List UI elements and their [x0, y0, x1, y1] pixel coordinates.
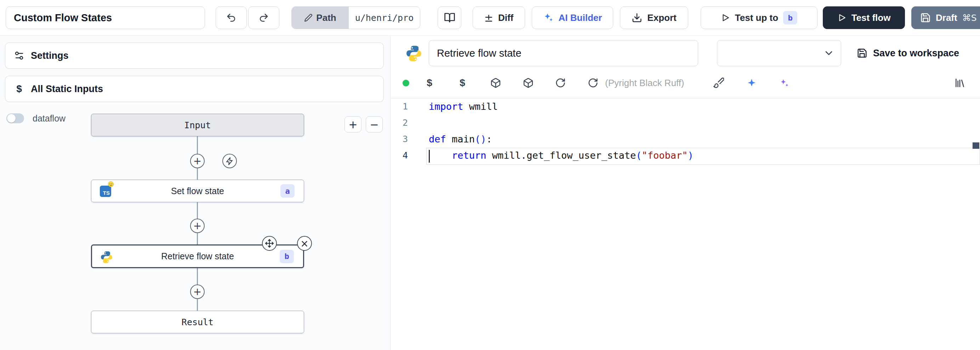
step-badge-b: b — [783, 11, 797, 24]
save-to-workspace-label: Save to workspace — [873, 48, 959, 59]
add-variable-button[interactable]: $ — [422, 75, 437, 91]
flow-node-input[interactable]: Input — [91, 114, 304, 136]
book-open-icon — [444, 12, 455, 23]
set-node-label: Set flow state — [171, 186, 224, 196]
plus-icon: + — [348, 118, 357, 131]
all-static-inputs-button[interactable]: $ All Static Inputs — [5, 76, 384, 102]
diff-button[interactable]: ± Diff — [473, 6, 525, 29]
token-indent — [429, 150, 452, 161]
tutorials-button[interactable] — [438, 6, 461, 29]
flow-node-result[interactable]: Result — [91, 311, 304, 333]
undo-redo-group — [216, 6, 279, 29]
path-value[interactable]: u/henri/pro — [349, 7, 420, 29]
redo-icon — [258, 13, 269, 23]
diff-label: Diff — [498, 13, 513, 23]
ai-builder-button[interactable]: AI Builder — [532, 6, 613, 29]
library-panel-button[interactable] — [952, 75, 967, 91]
graph-zoom-in-button[interactable]: + — [345, 116, 361, 133]
package-icon-button-2[interactable] — [520, 75, 536, 91]
move-node-handle[interactable] — [262, 236, 277, 251]
dataflow-label: dataflow — [33, 113, 65, 124]
ai-magic-button[interactable] — [776, 75, 792, 91]
undo-button[interactable] — [216, 6, 247, 29]
code-editor[interactable]: 1 2 3 4 import wmill def main(): return … — [391, 99, 980, 350]
line-number-active: 4 — [391, 147, 408, 164]
delete-node-button[interactable]: × — [297, 236, 312, 251]
reload-button-1[interactable] — [553, 75, 568, 91]
line-number: 2 — [391, 115, 408, 131]
token-string: "foobar" — [641, 150, 687, 161]
test-flow-label: Test flow — [851, 13, 891, 23]
result-node-label: Result — [181, 317, 213, 327]
dataflow-toggle-row: dataflow — [6, 113, 65, 124]
token-punct: : — [487, 134, 492, 145]
test-flow-button[interactable]: Test flow — [823, 6, 905, 29]
undo-icon — [226, 13, 237, 23]
scrollbar-overview-mark[interactable] — [972, 142, 979, 149]
play-icon — [721, 13, 730, 22]
package-icon-button-1[interactable] — [488, 75, 503, 91]
path-control[interactable]: Path u/henri/pro — [291, 6, 420, 29]
zap-icon — [226, 157, 234, 165]
graph-zoom-out-button[interactable]: − — [366, 116, 383, 133]
input-node-label: Input — [184, 120, 211, 130]
add-trigger-button[interactable] — [222, 154, 237, 168]
dollar-icon: $ — [460, 77, 465, 89]
token-bracket: ( — [475, 134, 480, 145]
refresh-icon — [588, 78, 598, 88]
add-step-button-1[interactable]: + — [190, 154, 205, 168]
flow-name-input[interactable] — [6, 6, 205, 29]
token-identifier: wmill.get_flow_user_state — [487, 150, 636, 161]
save-to-workspace-button[interactable]: Save to workspace — [857, 40, 959, 66]
code-content[interactable]: import wmill def main(): return wmill.ge… — [429, 99, 969, 164]
code-line-4: return wmill.get_flow_user_state("foobar… — [429, 147, 969, 164]
sparkles-icon — [543, 13, 554, 23]
python-icon — [100, 251, 113, 264]
plus-icon: + — [193, 220, 202, 232]
token-bracket: ) — [480, 134, 486, 145]
add-resource-button[interactable]: $ — [455, 75, 470, 91]
export-button[interactable]: Export — [620, 6, 688, 29]
smiley-emoji-icon — [108, 181, 114, 187]
flow-node-set-flow-state[interactable]: TS Set flow state a — [91, 180, 304, 202]
ai-builder-label: AI Builder — [559, 13, 602, 23]
step-editor-panel: Save to workspace $ $ (P — [391, 36, 980, 350]
minus-icon: − — [370, 118, 379, 131]
ai-assist-button[interactable] — [744, 75, 759, 91]
add-step-button-2[interactable]: + — [190, 219, 205, 233]
code-line-1: import wmill — [429, 99, 969, 115]
reload-button-2[interactable] — [585, 75, 601, 91]
line-number: 1 — [391, 99, 408, 115]
draft-button[interactable]: Draft ⌘S — [911, 6, 980, 29]
move-icon — [265, 239, 274, 248]
redo-button[interactable] — [248, 6, 279, 29]
test-up-to-button[interactable]: Test up to b — [701, 6, 818, 29]
language-select[interactable] — [717, 40, 841, 66]
library-icon — [954, 77, 966, 89]
step-name-input[interactable] — [429, 40, 698, 66]
path-edit-segment[interactable]: Path — [292, 7, 349, 29]
export-icon — [632, 13, 642, 23]
dataflow-toggle[interactable] — [6, 113, 24, 123]
export-label: Export — [647, 13, 676, 23]
test-up-to-label: Test up to — [735, 13, 778, 23]
format-code-button[interactable] — [711, 75, 727, 91]
step-badge-b: b — [280, 250, 294, 263]
path-label: Path — [316, 13, 336, 23]
close-icon: × — [300, 238, 309, 249]
green-status-dot — [402, 80, 409, 86]
settings-label: Settings — [31, 50, 69, 61]
save-icon — [857, 48, 867, 58]
plus-minus-icon: ± — [484, 12, 493, 24]
flow-graph-panel: Settings $ All Static Inputs dataflow In… — [0, 36, 390, 350]
token-identifier: main — [446, 134, 475, 145]
code-assistants-label[interactable]: (Pyright Black Ruff) — [605, 78, 684, 89]
add-step-button-3[interactable]: + — [190, 284, 205, 299]
flow-editor-app: Path u/henri/pro ± Diff AI Builder Expor… — [0, 0, 980, 350]
settings-button[interactable]: Settings — [5, 43, 384, 69]
dollar-icon: $ — [14, 83, 24, 94]
editor-toolbar: $ $ (Pyright Black Ruff) — [391, 74, 980, 92]
wand-sparkles-icon — [779, 78, 789, 88]
brush-icon — [713, 78, 724, 88]
sliders-icon — [14, 50, 24, 61]
